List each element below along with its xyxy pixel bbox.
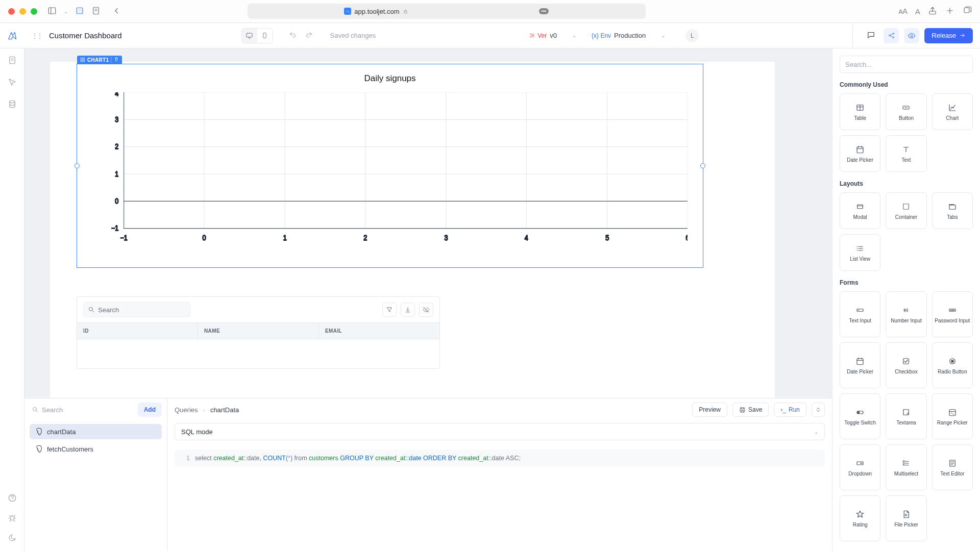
svg-rect-19 — [83, 58, 85, 59]
chevron-down-icon: ⌄ — [572, 33, 576, 38]
svg-rect-0 — [48, 8, 56, 14]
palette-datepicker2[interactable]: Date Picker — [840, 342, 880, 388]
search-icon — [88, 306, 95, 313]
share-button[interactable] — [884, 28, 899, 43]
tabs-icon[interactable] — [963, 6, 972, 17]
query-item-chartdata[interactable]: chartData — [30, 424, 162, 439]
table-col-id[interactable]: ID — [77, 323, 198, 339]
texteditor-icon — [948, 459, 957, 468]
left-rail — [0, 48, 24, 551]
drag-handle-icon[interactable]: ⋮⋮ — [32, 32, 42, 39]
postgres-icon — [35, 428, 43, 436]
palette-tabs[interactable]: Tabs — [932, 192, 973, 229]
add-query-button[interactable]: Add — [138, 403, 162, 417]
more-icon[interactable]: ••• — [539, 8, 549, 14]
text-size-large[interactable]: A — [915, 7, 920, 16]
palette-texteditor[interactable]: Text Editor — [932, 444, 973, 490]
theme-icon[interactable] — [8, 533, 17, 544]
palette-chart[interactable]: Chart — [932, 93, 973, 130]
palette-datepicker[interactable]: Date Picker — [840, 135, 880, 172]
table-component[interactable]: Search ID NAME EMAIL — [77, 296, 440, 369]
palette-container[interactable]: Container — [886, 192, 926, 229]
run-query-button[interactable]: ›_ Run — [774, 403, 806, 417]
table-col-name[interactable]: NAME — [198, 323, 319, 339]
search-icon — [32, 406, 39, 413]
share-icon[interactable] — [928, 6, 937, 17]
palette-listview[interactable]: List View — [840, 234, 880, 271]
hide-columns-button[interactable] — [419, 303, 433, 317]
env-selector[interactable]: {x} Env Production ⌄ — [592, 32, 665, 39]
table-body — [77, 339, 439, 368]
shield-icon[interactable] — [75, 6, 84, 17]
notes-icon[interactable] — [91, 6, 101, 17]
canvas[interactable]: CHART1 Daily signups — [50, 62, 775, 398]
chevron-down-icon[interactable]: ⌄ — [64, 9, 68, 14]
app-logo[interactable] — [0, 31, 24, 41]
version-selector[interactable]: Ver v0 ⌄ — [529, 32, 576, 39]
calendar-icon — [855, 357, 865, 366]
query-search-input[interactable]: Search — [32, 406, 138, 414]
minimize-window[interactable] — [19, 8, 26, 15]
help-icon[interactable] — [8, 493, 17, 504]
redo-button[interactable] — [303, 29, 316, 42]
pages-icon[interactable] — [8, 56, 17, 66]
mobile-view-button[interactable] — [257, 29, 273, 43]
chart-component[interactable]: CHART1 Daily signups — [77, 64, 703, 268]
collapse-panel-button[interactable] — [812, 403, 825, 417]
postgres-icon — [35, 445, 43, 453]
delete-icon[interactable] — [111, 57, 119, 63]
desktop-view-button[interactable] — [242, 29, 257, 43]
datasource-icon[interactable] — [8, 99, 17, 110]
query-item-fetchcustomers[interactable]: fetchCustomers — [30, 441, 162, 457]
breadcrumb-root[interactable]: Queries — [175, 406, 198, 414]
query-mode-select[interactable]: SQL mode ⌄ — [175, 423, 825, 440]
close-window[interactable] — [8, 8, 15, 15]
preview-button[interactable] — [904, 28, 919, 43]
svg-text:−1: −1 — [120, 234, 128, 242]
palette-textinput[interactable]: Text Input — [840, 291, 880, 337]
sql-editor[interactable]: 1 select created_at::date, COUNT(*) from… — [175, 449, 825, 467]
maximize-window[interactable] — [31, 8, 37, 15]
sidebar-toggle-icon[interactable] — [47, 6, 57, 17]
password-icon — [948, 306, 957, 315]
table-search-input[interactable]: Search — [83, 302, 190, 317]
new-tab-icon[interactable] — [945, 6, 954, 17]
filter-button[interactable] — [382, 303, 397, 317]
palette-search-input[interactable]: Search... — [840, 56, 973, 73]
palette-passwordinput[interactable]: Password Input — [932, 291, 973, 337]
palette-multiselect[interactable]: Multiselect — [886, 444, 926, 490]
palette-filepicker[interactable]: File Picker — [886, 495, 926, 541]
comments-button[interactable] — [863, 28, 878, 43]
palette-table[interactable]: Table — [840, 93, 880, 130]
palette-range[interactable]: Range Picker — [932, 393, 973, 439]
chart-plot: −1 0 1 2 3 4 −1 0 1 2 3 4 — [103, 92, 688, 252]
palette-numberinput[interactable]: Number Input — [886, 291, 926, 337]
user-avatar[interactable]: L — [685, 29, 699, 42]
palette-radio[interactable]: Radio Button — [932, 342, 973, 388]
inspector-icon[interactable] — [8, 78, 17, 88]
undo-button[interactable] — [286, 29, 300, 42]
palette-toggle[interactable]: Toggle Switch — [840, 393, 880, 439]
palette-button[interactable]: Button — [886, 93, 926, 130]
palette-checkbox[interactable]: Checkbox — [886, 342, 926, 388]
palette-dropdown[interactable]: Dropdown — [840, 444, 880, 490]
svg-rect-73 — [949, 409, 955, 415]
release-button[interactable]: Release — [924, 28, 973, 43]
palette-text[interactable]: Text — [886, 135, 926, 172]
svg-text:3: 3 — [115, 115, 118, 123]
debug-icon[interactable] — [8, 513, 17, 524]
palette-textarea[interactable]: Textarea — [886, 393, 926, 439]
chevron-down-icon: ⌄ — [661, 33, 665, 38]
chart-icon — [948, 103, 957, 112]
save-query-button[interactable]: Save — [732, 403, 769, 417]
preview-query-button[interactable]: Preview — [692, 403, 727, 417]
text-size-small[interactable]: ᴀA — [898, 7, 907, 16]
palette-rating[interactable]: Rating — [840, 495, 880, 541]
download-button[interactable] — [401, 303, 415, 317]
table-col-email[interactable]: EMAIL — [319, 323, 439, 339]
palette-modal[interactable]: Modal — [840, 192, 880, 229]
back-icon[interactable] — [112, 6, 121, 17]
url-bar[interactable]: app.tooljet.com ••• — [248, 4, 646, 19]
textinput-icon — [855, 306, 865, 315]
svg-rect-21 — [83, 60, 85, 62]
